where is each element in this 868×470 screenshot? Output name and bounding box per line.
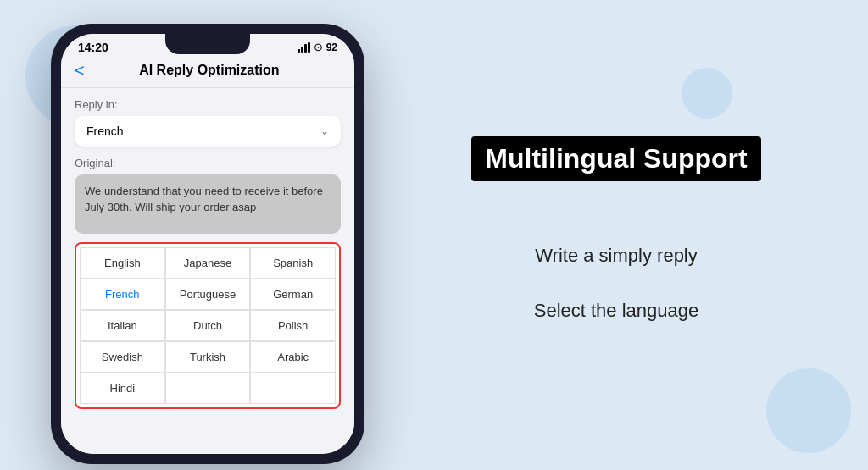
back-button[interactable]: < bbox=[75, 61, 85, 80]
language-grid-container: English Japanese Spanish French Portugue… bbox=[75, 242, 341, 409]
lang-portuguese[interactable]: Portuguese bbox=[165, 279, 251, 310]
lang-empty-2 bbox=[250, 373, 336, 404]
lang-italian[interactable]: Italian bbox=[80, 310, 165, 341]
original-label: Original: bbox=[75, 157, 341, 169]
chevron-down-icon: ⌄ bbox=[320, 125, 329, 137]
lang-english[interactable]: English bbox=[80, 247, 165, 279]
lang-arabic[interactable]: Arabic bbox=[250, 341, 336, 373]
lang-hindi[interactable]: Hindi bbox=[80, 373, 165, 404]
original-text: We understand that you need to receive i… bbox=[75, 174, 341, 234]
feature-title: Multilingual Support bbox=[471, 136, 760, 181]
phone-screen: 14:20 ⊙ 92 < AI Reply Optimization bbox=[61, 34, 354, 454]
phone-frame: 14:20 ⊙ 92 < AI Reply Optimization bbox=[51, 24, 364, 464]
lang-swedish[interactable]: Swedish bbox=[80, 341, 165, 373]
bg-decoration-4 bbox=[682, 68, 732, 119]
lang-spanish[interactable]: Spanish bbox=[250, 247, 336, 279]
nav-bar: < AI Reply Optimization bbox=[61, 58, 354, 88]
signal-icon bbox=[298, 42, 310, 53]
status-icons: ⊙ 92 bbox=[298, 41, 337, 53]
wifi-icon: ⊙ bbox=[314, 41, 323, 53]
lang-empty-1 bbox=[165, 373, 251, 404]
phone-mockup: 14:20 ⊙ 92 < AI Reply Optimization bbox=[51, 24, 364, 464]
lang-polish[interactable]: Polish bbox=[250, 310, 336, 341]
lang-dutch[interactable]: Dutch bbox=[165, 310, 251, 341]
language-grid: English Japanese Spanish French Portugue… bbox=[80, 247, 336, 404]
desc-line-2: Select the language bbox=[534, 287, 699, 334]
screen-content: Reply in: French ⌄ Original: We understa… bbox=[61, 88, 354, 454]
lang-german[interactable]: German bbox=[250, 279, 336, 310]
reply-in-label: Reply in: bbox=[75, 98, 341, 111]
feature-description: Write a simply reply Select the language bbox=[534, 232, 699, 342]
bg-decoration-3 bbox=[766, 368, 851, 453]
lang-french[interactable]: French bbox=[80, 279, 165, 310]
lang-turkish[interactable]: Turkish bbox=[165, 341, 251, 373]
right-panel: Multilingual Support Write a simply repl… bbox=[364, 111, 868, 359]
phone-notch bbox=[165, 34, 250, 54]
status-time: 14:20 bbox=[78, 41, 108, 54]
lang-japanese[interactable]: Japanese bbox=[165, 247, 251, 279]
desc-line-1: Write a simply reply bbox=[534, 232, 699, 279]
screen-title: AI Reply Optimization bbox=[95, 63, 324, 78]
language-dropdown[interactable]: French ⌄ bbox=[75, 116, 341, 147]
selected-language: French bbox=[86, 124, 124, 138]
battery-level: 92 bbox=[326, 41, 337, 53]
